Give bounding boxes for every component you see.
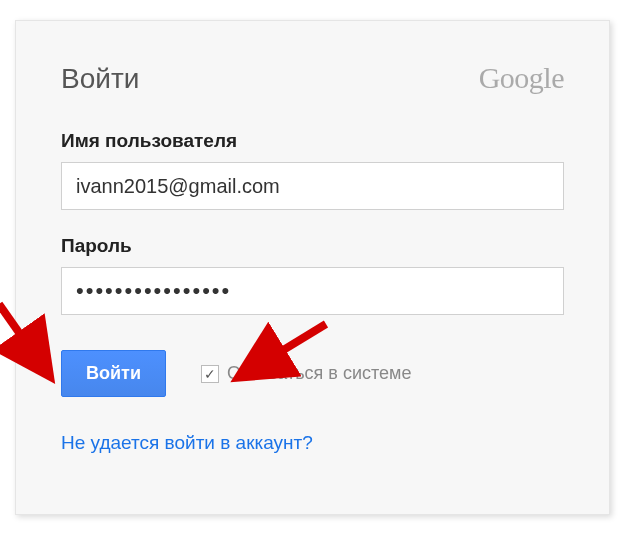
username-label: Имя пользователя (61, 130, 564, 152)
password-group: Пароль (61, 235, 564, 315)
svg-line-1 (0, 304, 46, 371)
card-header: Войти Google (61, 61, 564, 95)
stay-signed-in-group[interactable]: ✓ Оставаться в системе (201, 363, 411, 384)
username-input[interactable] (61, 162, 564, 210)
password-label: Пароль (61, 235, 564, 257)
login-card: Войти Google Имя пользователя Пароль Вой… (15, 20, 610, 515)
password-input[interactable] (61, 267, 564, 315)
google-logo: Google (479, 61, 564, 95)
stay-signed-label: Оставаться в системе (227, 363, 411, 384)
username-group: Имя пользователя (61, 130, 564, 210)
check-icon: ✓ (204, 367, 216, 381)
annotation-arrow-icon (0, 296, 66, 391)
page-title: Войти (61, 63, 139, 95)
cant-access-link[interactable]: Не удается войти в аккаунт? (61, 432, 313, 453)
stay-signed-checkbox[interactable]: ✓ (201, 365, 219, 383)
signin-button[interactable]: Войти (61, 350, 166, 397)
action-row: Войти ✓ Оставаться в системе (61, 350, 564, 397)
help-row: Не удается войти в аккаунт? (61, 432, 564, 454)
